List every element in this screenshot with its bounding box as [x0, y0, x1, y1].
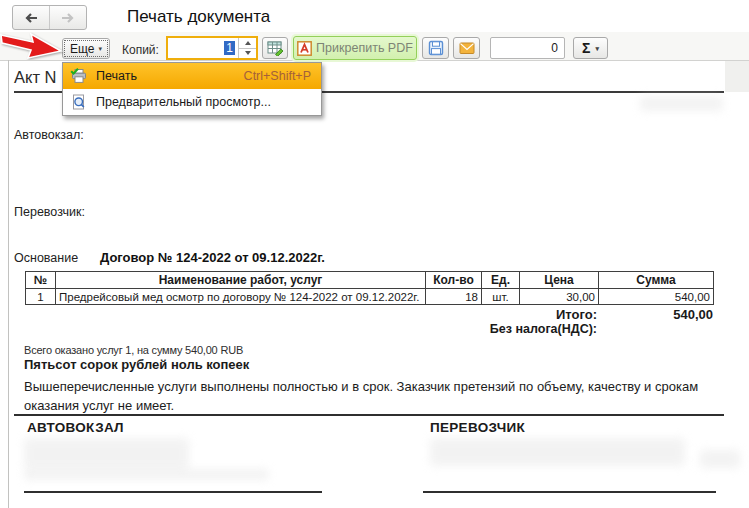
- pdf-icon: [297, 41, 312, 56]
- more-dropdown-menu: Печать Ctrl+Shift+P Предварительный прос…: [62, 62, 322, 116]
- unit-cell: шт.: [482, 289, 520, 305]
- copies-label: Копий:: [122, 43, 159, 57]
- floppy-disk-icon: [428, 40, 444, 56]
- more-button-label: Еще: [70, 42, 94, 56]
- col-header: Наименование работ, услуг: [56, 272, 426, 289]
- forward-button[interactable]: [49, 6, 86, 29]
- left-signature-line: [24, 491, 322, 493]
- menu-item-label: Печать: [96, 69, 137, 83]
- page-title: Печать документа: [127, 7, 270, 27]
- quantity-cell: 18: [426, 289, 482, 305]
- col-header: Ед.: [482, 272, 520, 289]
- copies-stepper[interactable]: 1: [166, 36, 258, 60]
- services-summary-line: Всего оказано услуг 1, на сумму 540,00 R…: [24, 344, 243, 356]
- menu-item-print[interactable]: Печать Ctrl+Shift+P: [63, 63, 321, 89]
- col-header: Цена: [520, 272, 599, 289]
- service-name-cell: Предрейсовый мед осмотр по договору № 12…: [56, 289, 426, 305]
- table-row: 1 Предрейсовый мед осмотр по договору № …: [26, 289, 714, 305]
- autosum-button[interactable]: Σ ▾: [573, 37, 608, 59]
- terminal-label: Автовокзал:: [14, 128, 84, 142]
- left-party-title: АВТОВОКЗАЛ: [27, 420, 124, 435]
- stepper-down-button[interactable]: [239, 48, 256, 59]
- carrier-label: Перевозчик:: [14, 205, 85, 219]
- signature-section-divider: [14, 414, 724, 416]
- page-edge-shade: [725, 61, 749, 92]
- email-button[interactable]: [453, 37, 480, 59]
- col-header: Кол-во: [426, 272, 482, 289]
- redacted-text: [430, 438, 685, 466]
- triangle-up-icon: [245, 41, 251, 45]
- page-left-border: [8, 60, 9, 508]
- stepper-arrows: [238, 38, 256, 58]
- row-number-cell: 1: [26, 289, 56, 305]
- total-label: Итого:: [420, 307, 597, 322]
- chevron-down-icon: ▾: [98, 45, 102, 52]
- redacted-text: [700, 450, 740, 468]
- envelope-icon: [459, 41, 475, 55]
- back-button[interactable]: [13, 6, 49, 29]
- redacted-text: [24, 438, 189, 470]
- total-value: 540,00: [601, 307, 713, 322]
- table-header-row: № Наименование работ, услуг Кол-во Ед. Ц…: [26, 272, 714, 289]
- back-arrow-icon: [23, 11, 39, 25]
- sigma-icon: Σ: [582, 40, 590, 56]
- print-preview-icon: [70, 94, 87, 110]
- save-button[interactable]: [422, 37, 449, 59]
- toolbar: Еще ▾ Копий: 1: [0, 32, 749, 61]
- printer-icon: [70, 68, 87, 84]
- services-table: № Наименование работ, услуг Кол-во Ед. Ц…: [25, 271, 714, 305]
- sum-result-field[interactable]: 0: [490, 37, 565, 59]
- amount-cell: 540,00: [599, 289, 714, 305]
- menu-item-shortcut: Ctrl+Shift+P: [244, 69, 311, 83]
- right-signature-line: [423, 491, 716, 493]
- col-header: Сумма: [599, 272, 714, 289]
- col-header: №: [26, 272, 56, 289]
- table-edit-icon: [267, 40, 284, 56]
- triangle-down-icon: [245, 51, 251, 55]
- stepper-up-button[interactable]: [239, 38, 256, 48]
- attach-pdf-label: Прикрепить PDF: [316, 41, 413, 55]
- right-party-title: ПЕРЕВОЗЧИК: [430, 420, 525, 435]
- disclaimer-paragraph: Вышеперечисленные услуги выполнены полно…: [24, 377, 724, 415]
- chevron-down-icon: ▾: [595, 45, 599, 52]
- print-document-window: Печать документа Еще ▾ Копий: 1: [0, 0, 749, 508]
- basis-value: Договор № 124-2022 от 09.12.2022г.: [100, 250, 325, 265]
- copies-value[interactable]: 1: [168, 38, 238, 58]
- redacted-text: [24, 469, 269, 480]
- menu-item-label: Предварительный просмотр...: [96, 95, 271, 109]
- history-nav-group: [12, 5, 87, 30]
- price-cell: 30,00: [520, 289, 599, 305]
- amount-in-words: Пятьсот сорок рублей ноль копеек: [24, 357, 249, 372]
- table-settings-button[interactable]: [262, 37, 288, 59]
- menu-item-print-preview[interactable]: Предварительный просмотр...: [63, 89, 321, 115]
- attach-pdf-button[interactable]: Прикрепить PDF: [293, 36, 417, 60]
- basis-label: Основание: [14, 251, 78, 265]
- more-button[interactable]: Еще ▾: [62, 38, 110, 59]
- forward-arrow-icon: [60, 11, 76, 25]
- act-heading: Акт N: [14, 68, 56, 87]
- redacted-text: [640, 96, 723, 111]
- no-tax-label: Без налога(НДС):: [380, 322, 597, 336]
